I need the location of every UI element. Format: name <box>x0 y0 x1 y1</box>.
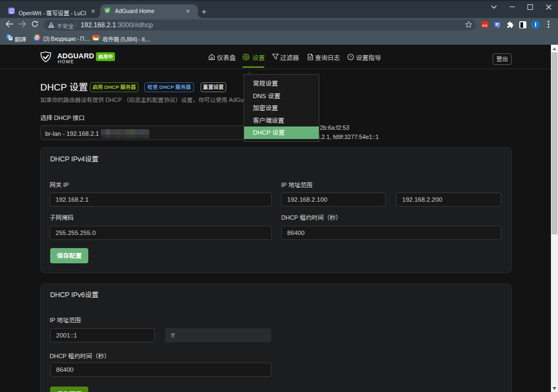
svg-text:?: ? <box>349 55 351 59</box>
